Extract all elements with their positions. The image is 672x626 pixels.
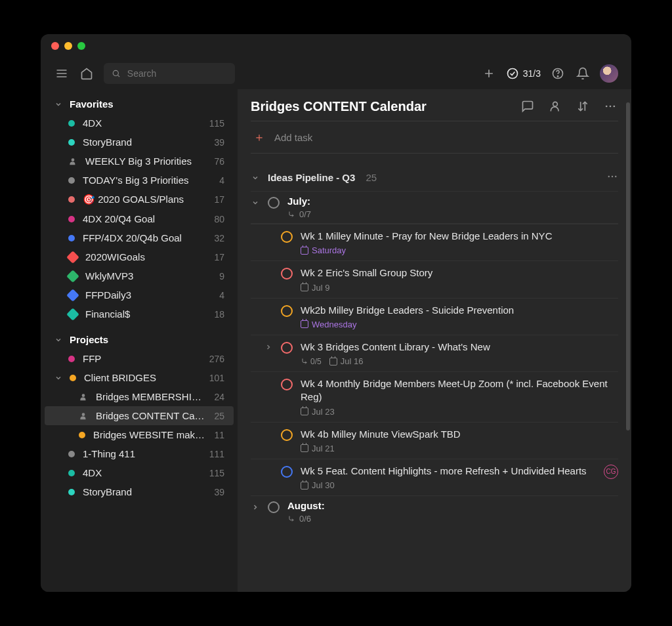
sidebar-item[interactable]: Bridges CONTENT Cal…25 xyxy=(45,406,234,425)
sidebar-item[interactable]: 1-Thing 411111 xyxy=(41,444,238,463)
section-more-icon[interactable] xyxy=(606,171,618,184)
svg-point-11 xyxy=(82,394,85,397)
sidebar-item[interactable]: FFP/4DX 20/Q4b Goal32 xyxy=(41,228,238,247)
menu-icon[interactable] xyxy=(54,66,70,81)
color-dot xyxy=(70,375,76,381)
sidebar-item-count: 25 xyxy=(214,411,224,421)
task-row[interactable]: Wk 4 Monthly Bridge Members Meet-Up Zoom… xyxy=(251,371,618,422)
task-checkbox[interactable] xyxy=(281,379,293,390)
search-input[interactable] xyxy=(127,68,227,79)
scrollbar[interactable] xyxy=(626,102,630,430)
share-icon[interactable] xyxy=(547,98,563,114)
notifications-icon[interactable] xyxy=(575,66,591,81)
task-title: July: xyxy=(287,196,311,207)
person-icon xyxy=(79,392,88,402)
sidebar-item-count: 4 xyxy=(219,290,224,301)
task-checkbox[interactable] xyxy=(268,197,280,209)
search-box[interactable] xyxy=(104,63,235,84)
home-icon[interactable] xyxy=(79,66,94,81)
sidebar-item-label: Bridges WEBSITE make… xyxy=(93,429,206,440)
color-dot xyxy=(68,216,75,222)
task-row[interactable]: Wk 3 Bridges Content Library - What's Ne… xyxy=(251,335,618,371)
task-row[interactable]: Wk 5 Feat. Content Highlights - more Ref… xyxy=(251,459,618,495)
sidebar-item-label: 🎯 2020 GOALS/Plans xyxy=(83,194,206,205)
productivity-pill[interactable]: 31/3 xyxy=(506,67,541,80)
task-date: Wednesday xyxy=(301,320,356,329)
task-checkbox[interactable] xyxy=(281,268,293,280)
add-icon[interactable] xyxy=(481,66,497,81)
sidebar-item[interactable]: TODAY's Big 3 Priorities4 xyxy=(41,171,238,190)
sidebar-item[interactable]: Bridges MEMBERSHIP …24 xyxy=(41,387,238,406)
sidebar-item-count: 17 xyxy=(214,252,224,262)
page-title: Bridges CONTENT Calendar xyxy=(251,99,509,114)
sidebar-item-label: 4DX xyxy=(83,467,201,478)
task-title: Wk 1 Milley Minute - Pray for New Bridge… xyxy=(301,230,618,243)
color-dot xyxy=(79,432,85,438)
window-zoom[interactable] xyxy=(77,42,85,50)
svg-point-12 xyxy=(82,413,85,416)
svg-line-4 xyxy=(118,75,120,77)
sidebar-item-label: StoryBrand xyxy=(83,136,206,148)
task-title: Wk 4b Milley Minute ViewSpark TBD xyxy=(301,428,618,441)
section-header[interactable]: Ideas Pipeline - Q3 25 xyxy=(251,154,618,191)
sidebar-item[interactable]: Client BRIDGES101 xyxy=(41,368,238,387)
chevron-right-icon[interactable] xyxy=(264,343,273,351)
task-checkbox[interactable] xyxy=(281,231,293,243)
sidebar-item[interactable]: WklyMVP39 xyxy=(41,266,238,285)
task-checkbox[interactable] xyxy=(281,342,293,354)
sidebar-item-label: WEEKLY Big 3 Priorities xyxy=(85,156,206,167)
task-checkbox[interactable] xyxy=(281,305,293,317)
add-task-button[interactable]: ＋ Add task xyxy=(251,121,618,154)
sidebar-item[interactable]: WEEKLY Big 3 Priorities76 xyxy=(41,152,238,171)
sidebar-item-count: 4 xyxy=(219,175,224,186)
task-checkbox[interactable] xyxy=(268,501,280,513)
sidebar-item[interactable]: 2020WIGoals17 xyxy=(41,247,238,266)
assignee-badge[interactable]: CG xyxy=(604,465,618,479)
more-icon[interactable] xyxy=(602,98,618,114)
task-checkbox[interactable] xyxy=(281,466,293,478)
favorites-header[interactable]: Favorites xyxy=(41,94,238,114)
task-row[interactable]: Wk 1 Milley Minute - Pray for New Bridge… xyxy=(251,224,618,261)
task-row[interactable]: August: 0/6 xyxy=(251,496,618,528)
task-title: Wk 2 Eric's Small Group Story xyxy=(301,266,618,280)
sidebar-item[interactable]: FFPDaily34 xyxy=(41,285,238,304)
task-checkbox[interactable] xyxy=(281,429,293,441)
sidebar-item[interactable]: Financial$18 xyxy=(41,304,238,323)
sidebar-item[interactable]: StoryBrand39 xyxy=(41,482,238,501)
color-dot xyxy=(68,196,75,203)
sidebar-item[interactable]: 4DX115 xyxy=(41,463,238,482)
sidebar-item-label: 4DX xyxy=(83,117,201,129)
sidebar-item-count: 39 xyxy=(214,137,224,148)
task-row[interactable]: Wk 2 Eric's Small Group StoryJul 9 xyxy=(251,261,618,297)
app-window: 31/3 Favorites 4DX115StoryBrand39WEEKLY … xyxy=(41,34,631,592)
progress-text: 31/3 xyxy=(523,68,541,79)
sidebar-item-count: 24 xyxy=(214,392,224,402)
window-minimize[interactable] xyxy=(64,42,72,50)
avatar[interactable] xyxy=(600,64,618,83)
tag-icon xyxy=(66,308,79,321)
task-date: Saturday xyxy=(301,245,346,255)
window-close[interactable] xyxy=(51,42,59,50)
help-icon[interactable] xyxy=(550,66,566,81)
task-row[interactable]: July: 0/7 xyxy=(251,192,618,223)
task-row[interactable]: Wk 4b Milley Minute ViewSpark TBDJul 21 xyxy=(251,422,618,459)
sort-icon[interactable] xyxy=(575,98,591,114)
subtask-count: 0/7 xyxy=(287,209,311,219)
sidebar-item[interactable]: FFP276 xyxy=(41,349,238,368)
chevron-down-icon xyxy=(54,100,63,109)
projects-header[interactable]: Projects xyxy=(41,330,238,349)
sidebar-item-count: 115 xyxy=(209,468,224,478)
task-row[interactable]: Wk2b Milley Bridge Leaders - Suicide Pre… xyxy=(251,298,618,335)
sidebar-item[interactable]: 4DX115 xyxy=(41,114,238,133)
sidebar-item-label: FFP xyxy=(83,353,201,364)
sidebar-item[interactable]: Bridges WEBSITE make…11 xyxy=(41,425,238,444)
tag-icon xyxy=(66,251,79,264)
color-dot xyxy=(68,470,75,476)
sidebar-item[interactable]: 4DX 20/Q4 Goal80 xyxy=(41,209,238,228)
sidebar-item[interactable]: StoryBrand39 xyxy=(41,133,238,152)
svg-point-15 xyxy=(610,106,612,108)
sidebar-item-count: 80 xyxy=(214,214,224,224)
sidebar-item[interactable]: 🎯 2020 GOALS/Plans17 xyxy=(41,190,238,209)
comments-icon[interactable] xyxy=(520,98,536,114)
svg-point-7 xyxy=(507,69,517,79)
